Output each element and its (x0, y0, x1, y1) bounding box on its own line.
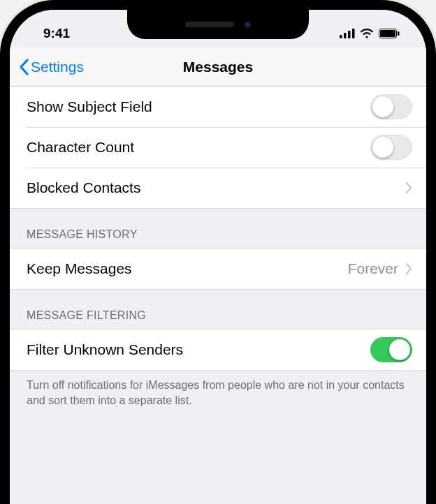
svg-rect-5 (380, 30, 395, 37)
row-character-count[interactable]: Character Count (10, 127, 426, 168)
row-show-subject-field[interactable]: Show Subject Field (10, 87, 426, 127)
chevron-right-icon (405, 262, 412, 275)
group-filtering: Filter Unknown Senders (10, 329, 426, 371)
row-label: Keep Messages (27, 260, 132, 277)
row-filter-unknown-senders[interactable]: Filter Unknown Senders (10, 329, 426, 370)
toggle-show-subject-field[interactable] (370, 94, 412, 119)
chevron-right-icon (405, 181, 412, 194)
row-keep-messages[interactable]: Keep Messages Forever (10, 249, 426, 289)
row-label: Show Subject Field (27, 98, 152, 115)
nav-bar: Settings Messages (10, 47, 426, 87)
row-value: Forever (348, 260, 398, 277)
back-label: Settings (31, 59, 84, 75)
svg-rect-3 (352, 29, 355, 38)
settings-list[interactable]: Show Subject Field Character Count Block… (10, 87, 426, 504)
svg-rect-2 (348, 31, 351, 38)
back-button[interactable]: Settings (10, 59, 84, 75)
group-general: Show Subject Field Character Count Block… (10, 87, 426, 209)
chevron-left-icon (18, 59, 29, 75)
svg-rect-1 (344, 33, 347, 38)
svg-rect-0 (340, 35, 342, 38)
wifi-icon (360, 29, 374, 38)
section-header-history: MESSAGE HISTORY (10, 209, 426, 248)
row-label: Filter Unknown Senders (27, 341, 183, 358)
toggle-filter-unknown-senders[interactable] (370, 337, 412, 362)
section-footer-filtering: Turn off notifications for iMessages fro… (10, 371, 426, 422)
screen: 9:41 Settings Messages (10, 10, 426, 504)
svg-rect-6 (398, 31, 400, 36)
status-indicators (340, 29, 407, 38)
status-time: 9:41 (43, 26, 70, 41)
toggle-character-count[interactable] (370, 135, 412, 160)
cellular-icon (340, 29, 355, 38)
notch (127, 10, 309, 39)
group-history: Keep Messages Forever (10, 248, 426, 290)
section-header-filtering: MESSAGE FILTERING (10, 290, 426, 329)
iphone-frame: 9:41 Settings Messages (0, 0, 436, 504)
row-blocked-contacts[interactable]: Blocked Contacts (10, 168, 426, 208)
battery-icon (379, 29, 400, 38)
row-label: Blocked Contacts (27, 179, 140, 196)
row-label: Character Count (27, 139, 134, 156)
